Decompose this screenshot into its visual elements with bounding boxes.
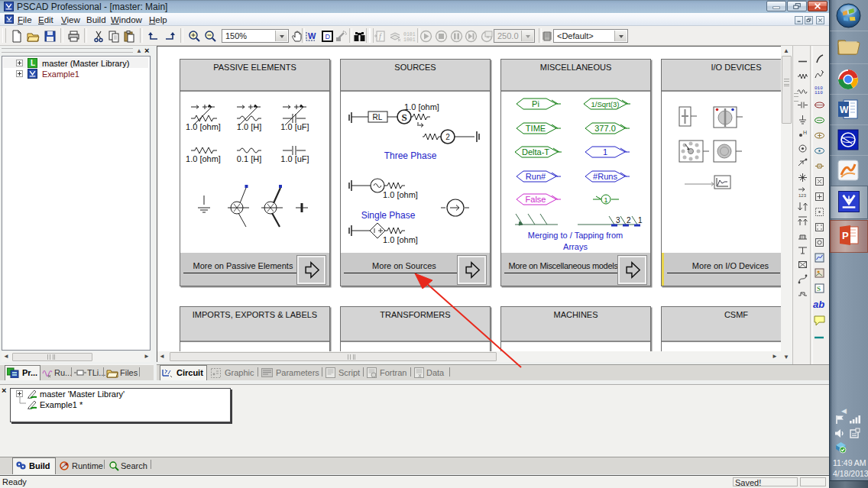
svg-text:1.0 [ohm]: 1.0 [ohm] bbox=[186, 122, 221, 131]
svg-text:Run#: Run# bbox=[526, 172, 546, 181]
svg-text:1: 1 bbox=[604, 196, 607, 204]
svg-text:377.0: 377.0 bbox=[594, 124, 616, 133]
svg-text:2: 2 bbox=[445, 133, 450, 141]
svg-text:1.0 [H]: 1.0 [H] bbox=[237, 122, 261, 131]
svg-text:1/Sqrt(3): 1/Sqrt(3) bbox=[591, 100, 620, 108]
svg-text:TIME: TIME bbox=[526, 124, 546, 133]
svg-text:D: D bbox=[326, 33, 331, 40]
svg-text:W: W bbox=[840, 105, 849, 115]
svg-text:Pi: Pi bbox=[532, 99, 539, 108]
svg-text:False: False bbox=[526, 195, 546, 204]
svg-text:Arrays: Arrays bbox=[563, 242, 588, 251]
svg-text:0.1 [H]: 0.1 [H] bbox=[237, 154, 261, 163]
svg-text:H: H bbox=[803, 130, 807, 135]
svg-text:Merging to / Tapping from: Merging to / Tapping from bbox=[528, 231, 623, 240]
svg-text:110: 110 bbox=[815, 90, 823, 95]
svg-text:RL: RL bbox=[373, 113, 383, 121]
svg-text:1001: 1001 bbox=[403, 37, 416, 43]
svg-text:2: 2 bbox=[627, 216, 631, 225]
svg-text:3: 3 bbox=[616, 216, 620, 225]
svg-text:1.0 [uF]: 1.0 [uF] bbox=[280, 122, 309, 131]
svg-text:W: W bbox=[308, 31, 316, 40]
svg-text:1.0 [ohm]: 1.0 [ohm] bbox=[383, 235, 418, 244]
svg-text:1.0 [ohm]: 1.0 [ohm] bbox=[186, 154, 221, 163]
svg-text:1.0 [uF]: 1.0 [uF] bbox=[280, 154, 309, 163]
svg-text:Delta-T: Delta-T bbox=[522, 147, 549, 157]
svg-text:P: P bbox=[842, 230, 849, 241]
svg-text:1.0 [ohm]: 1.0 [ohm] bbox=[383, 190, 418, 199]
svg-text:#Runs: #Runs bbox=[593, 172, 617, 181]
svg-text:S: S bbox=[401, 111, 406, 123]
svg-text:Three Phase: Three Phase bbox=[384, 150, 437, 161]
svg-text:1: 1 bbox=[638, 216, 643, 225]
svg-text:123: 123 bbox=[798, 193, 807, 198]
svg-text:1.0 [ohm]: 1.0 [ohm] bbox=[404, 102, 439, 111]
svg-text:S: S bbox=[817, 285, 821, 292]
svg-text:Single Phase: Single Phase bbox=[361, 210, 416, 221]
svg-text:0101: 0101 bbox=[403, 32, 416, 37]
svg-text:1: 1 bbox=[603, 147, 607, 157]
